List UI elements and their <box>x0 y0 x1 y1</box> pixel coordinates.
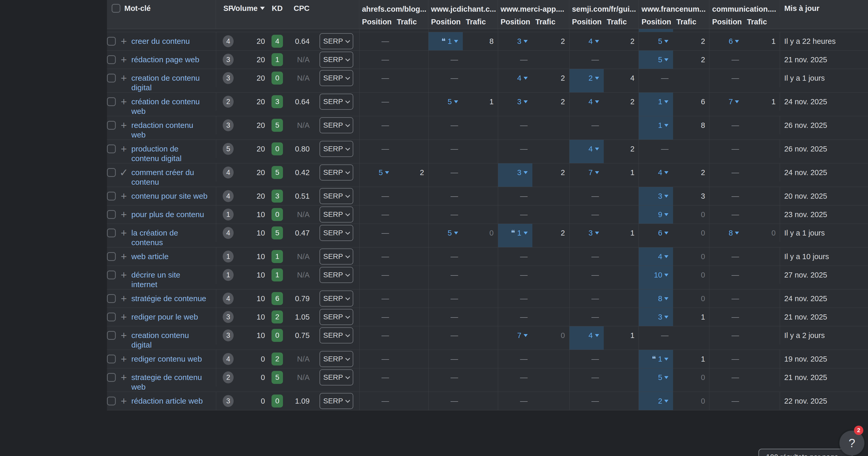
position-value-dropdown[interactable]: 8 <box>728 229 739 237</box>
add-keyword-icon[interactable]: + <box>119 209 128 221</box>
add-keyword-icon[interactable]: + <box>119 372 128 383</box>
row-checkbox[interactable] <box>107 168 116 177</box>
add-keyword-icon[interactable]: + <box>119 251 128 262</box>
position-value-dropdown[interactable]: 8 <box>658 294 669 303</box>
serp-dropdown-button[interactable]: SERP <box>319 164 353 181</box>
position-value-dropdown[interactable]: 4 <box>658 168 669 177</box>
position-value-dropdown[interactable]: 6 <box>658 229 669 237</box>
position-value-dropdown[interactable]: 4 <box>588 98 599 106</box>
add-keyword-icon[interactable]: + <box>119 72 128 84</box>
serp-dropdown-button[interactable]: SERP <box>319 393 353 409</box>
add-keyword-icon[interactable]: + <box>119 353 128 365</box>
row-checkbox[interactable] <box>107 55 116 64</box>
position-value-dropdown[interactable]: ❝1 <box>652 355 669 363</box>
keyword-link[interactable]: stratégie de contenue <box>131 290 206 303</box>
serp-dropdown-button[interactable]: SERP <box>319 52 353 68</box>
row-checkbox[interactable] <box>107 313 116 321</box>
select-all-checkbox[interactable] <box>112 4 120 13</box>
serp-dropdown-button[interactable]: SERP <box>319 70 353 86</box>
serp-dropdown-button[interactable]: SERP <box>319 188 353 204</box>
row-checkbox[interactable] <box>107 121 116 130</box>
serp-dropdown-button[interactable]: SERP <box>319 206 353 223</box>
row-checkbox[interactable] <box>107 192 116 200</box>
keyword-link[interactable]: creation contenu digital <box>131 326 189 350</box>
position-value-dropdown[interactable]: 3 <box>588 229 599 237</box>
keyword-link[interactable]: web article <box>131 248 168 261</box>
row-checkbox[interactable] <box>107 355 116 363</box>
results-per-page-button[interactable]: 100 résultats par page <box>758 449 852 456</box>
row-checkbox[interactable] <box>107 373 116 382</box>
position-value-dropdown[interactable]: 3 <box>517 98 527 106</box>
keyword-link[interactable]: pour plus de contenu <box>131 205 204 219</box>
keyword-added-check-icon[interactable]: ✓ <box>119 166 128 178</box>
row-checkbox[interactable] <box>107 331 116 340</box>
keyword-link[interactable]: production de contenu digital <box>131 140 181 163</box>
keyword-link[interactable]: rédaction page web <box>131 51 199 64</box>
position-value-dropdown[interactable]: 6 <box>728 37 739 46</box>
serp-dropdown-button[interactable]: SERP <box>319 33 353 49</box>
row-checkbox[interactable] <box>107 144 116 153</box>
position-value-dropdown[interactable]: ❝1 <box>511 229 527 237</box>
position-value-dropdown[interactable]: 2 <box>588 74 599 83</box>
serp-dropdown-button[interactable]: SERP <box>319 141 353 157</box>
row-checkbox[interactable] <box>107 294 116 303</box>
position-value-dropdown[interactable]: 3 <box>658 192 669 200</box>
position-value-dropdown[interactable]: 5 <box>379 168 389 177</box>
position-value-dropdown[interactable]: 5 <box>658 37 669 46</box>
row-checkbox[interactable] <box>107 397 116 405</box>
keyword-link[interactable]: la création de contenus <box>131 224 178 247</box>
position-value-dropdown[interactable]: 4 <box>588 331 599 340</box>
serp-dropdown-button[interactable]: SERP <box>319 249 353 265</box>
serp-dropdown-button[interactable]: SERP <box>319 327 353 344</box>
position-value-dropdown[interactable]: 4 <box>658 252 669 261</box>
keyword-link[interactable]: rediger contenu web <box>131 350 202 364</box>
add-keyword-icon[interactable]: + <box>119 293 128 304</box>
header-volume-sort[interactable]: Volume <box>240 0 267 17</box>
position-value-dropdown[interactable]: 2 <box>658 397 669 405</box>
position-value-dropdown[interactable]: 3 <box>517 37 527 46</box>
add-keyword-icon[interactable]: + <box>119 54 128 66</box>
keyword-link[interactable]: creation de contenu digital <box>131 69 200 92</box>
position-value-dropdown[interactable]: 5 <box>658 56 669 64</box>
keyword-link[interactable]: création de contenu web <box>131 93 200 116</box>
keyword-link[interactable]: redaction contenu web <box>131 116 193 139</box>
row-checkbox[interactable] <box>107 37 116 46</box>
position-value-dropdown[interactable]: ❝1 <box>441 37 458 46</box>
add-keyword-icon[interactable]: + <box>119 269 128 281</box>
position-value-dropdown[interactable]: 5 <box>448 229 458 237</box>
position-value-dropdown[interactable]: 4 <box>588 145 599 153</box>
position-value-dropdown[interactable]: 1 <box>658 121 669 130</box>
position-value-dropdown[interactable]: 9 <box>658 210 669 219</box>
row-checkbox[interactable] <box>107 270 116 279</box>
row-checkbox[interactable] <box>107 74 116 83</box>
keyword-link[interactable]: rédaction article web <box>131 392 203 406</box>
keyword-link[interactable]: décrire un site internet <box>131 266 180 289</box>
add-keyword-icon[interactable]: + <box>119 36 128 47</box>
position-value-dropdown[interactable]: 4 <box>517 74 527 83</box>
position-value-dropdown[interactable]: 7 <box>517 331 527 340</box>
add-keyword-icon[interactable]: + <box>119 395 128 407</box>
row-checkbox[interactable] <box>107 210 116 219</box>
keyword-link[interactable]: strategie de contenu web <box>131 368 202 392</box>
position-value-dropdown[interactable]: 7 <box>728 98 739 106</box>
serp-dropdown-button[interactable]: SERP <box>319 94 353 110</box>
add-keyword-icon[interactable]: + <box>119 330 128 341</box>
row-checkbox[interactable] <box>107 229 116 237</box>
row-checkbox[interactable] <box>107 97 116 106</box>
position-value-dropdown[interactable]: 3 <box>658 313 669 321</box>
keyword-link[interactable]: rediger pour le web <box>131 308 198 322</box>
add-keyword-icon[interactable]: + <box>119 120 128 131</box>
keyword-link[interactable]: contenu pour site web <box>131 187 208 201</box>
position-value-dropdown[interactable]: 3 <box>517 168 527 177</box>
position-value-dropdown[interactable]: 5 <box>448 98 458 106</box>
position-value-dropdown[interactable]: 4 <box>588 37 599 46</box>
add-keyword-icon[interactable]: + <box>119 227 128 239</box>
serp-dropdown-button[interactable]: SERP <box>319 291 353 306</box>
serp-dropdown-button[interactable]: SERP <box>319 351 353 367</box>
position-value-dropdown[interactable]: 10 <box>654 271 669 279</box>
serp-dropdown-button[interactable]: SERP <box>319 267 353 283</box>
position-value-dropdown[interactable]: 7 <box>588 168 599 177</box>
keyword-link[interactable]: creer du contenu <box>131 32 190 46</box>
row-checkbox[interactable] <box>107 252 116 261</box>
add-keyword-icon[interactable]: + <box>119 143 128 155</box>
